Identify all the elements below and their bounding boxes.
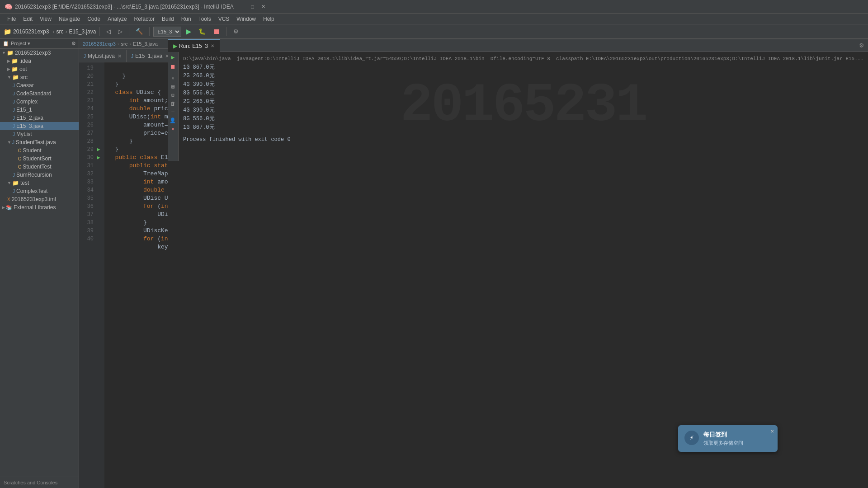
- tree-item-e15-3[interactable]: J E15_3.java: [0, 122, 79, 130]
- tree-item-studenttest-expanded[interactable]: ▼ J StudentTest.java: [0, 138, 79, 146]
- tab-mylist[interactable]: J MyList.java ✕: [79, 50, 127, 62]
- tree-item-out[interactable]: ▶ 📁 out: [0, 65, 79, 73]
- code-editor[interactable]: 19 20 21 22 23 24 25 26 27 28 29 30 31 3…: [79, 62, 168, 488]
- tree-studenttest-class-label: StudentTest: [23, 164, 51, 170]
- menu-build[interactable]: Build: [158, 15, 178, 23]
- tree-item-complex[interactable]: J Complex: [0, 98, 79, 106]
- tree-item-idea[interactable]: ▶ 📁 .idea: [0, 57, 79, 65]
- output-line-exit: Process finished with exit code 0: [183, 136, 863, 144]
- tree-complex-label: Complex: [16, 99, 38, 105]
- minimize-button[interactable]: ─: [238, 3, 245, 10]
- tree-item-studenttest-class[interactable]: C StudentTest: [0, 163, 79, 171]
- maximize-button[interactable]: □: [249, 3, 256, 10]
- tree-e15-2-label: E15_2.java: [16, 115, 43, 121]
- project-sidebar: 📋 Project ▾ ⚙ ▼ 📁 20165231exp3 ▶ 📁 .idea…: [0, 39, 79, 488]
- notification-title: 每日签到: [703, 431, 743, 439]
- back-button[interactable]: ◁: [104, 27, 113, 36]
- output-line-8: 1G 867.0元: [183, 123, 863, 132]
- notification-popup[interactable]: ✕ ⚡ 每日签到 领取更多存储空间: [678, 425, 778, 452]
- tree-item-e15-2[interactable]: J E15_2.java: [0, 114, 79, 122]
- output-line-2: 2G 266.0元: [183, 72, 863, 80]
- menu-vcs[interactable]: VCS: [215, 15, 233, 23]
- run-settings-icon[interactable]: ⚙: [859, 42, 864, 49]
- tree-src-label: src: [20, 74, 28, 80]
- tree-item-e15-1[interactable]: J E15_1: [0, 106, 79, 114]
- run-content-area: ▶ ⏹ ⇩ ▤ ⊞ 🗑 ─ 👤 ✕ 20165231 D:\java\bin\j…: [168, 52, 868, 161]
- close-mylist-icon[interactable]: ✕: [118, 53, 122, 59]
- tree-item-studentsort[interactable]: C StudentSort: [0, 155, 79, 163]
- breadcrumb-file: E15_3.java: [133, 41, 158, 47]
- run-config-select[interactable]: E15_3: [153, 27, 181, 37]
- output-line-1: 1G 867.0元: [183, 63, 863, 72]
- tree-item-mylist[interactable]: J MyList: [0, 130, 79, 138]
- tree-item-iml[interactable]: X 20165231exp3.iml: [0, 195, 79, 203]
- tree-item-src[interactable]: ▼ 📁 src: [0, 73, 79, 81]
- breadcrumb-src: src: [121, 41, 127, 47]
- menu-refactor[interactable]: Refactor: [131, 15, 158, 23]
- close-run-tab-icon[interactable]: ✕: [211, 43, 214, 48]
- notification-close-icon[interactable]: ✕: [771, 428, 774, 435]
- tree-item-sumrecursion[interactable]: J SumRecursion: [0, 171, 79, 179]
- run-panel: ▶ Run: E15_3 ✕ ⚙ ▶ ⏹ ⇩ ▤: [168, 39, 868, 161]
- titlebar: 🧠 20165231exp3 [E:\IDEA\20165231exp3] - …: [0, 0, 868, 14]
- run-stop-icon[interactable]: ⏹: [170, 64, 176, 70]
- notification-icon: ⚡: [684, 431, 699, 445]
- run-scroll-icon[interactable]: ⇩: [171, 75, 175, 81]
- tree-root[interactable]: ▼ 📁 20165231exp3: [0, 49, 79, 57]
- forward-button[interactable]: ▷: [115, 27, 125, 36]
- tree-item-external-libs[interactable]: ▶ 📚 External Libraries: [0, 203, 79, 211]
- menu-view[interactable]: View: [36, 15, 55, 23]
- menu-window[interactable]: Window: [233, 15, 259, 23]
- menu-analyze[interactable]: Analyze: [104, 15, 131, 23]
- sidebar-header: 📋 Project ▾ ⚙: [0, 39, 79, 49]
- scratches-label[interactable]: Scratches and Consoles: [0, 477, 79, 488]
- run-x-icon[interactable]: ✕: [171, 126, 175, 132]
- tree-item-caesar[interactable]: J Caesar: [0, 81, 79, 89]
- line-numbers: 19 20 21 22 23 24 25 26 27 28 29 30 31 3…: [79, 62, 97, 488]
- output-line-5: 2G 266.0元: [183, 98, 863, 106]
- output-line-3: 4G 390.0元: [183, 80, 863, 89]
- run-diff-icon[interactable]: ⊞: [171, 92, 175, 98]
- output-line-6: 4G 390.0元: [183, 106, 863, 115]
- tree-item-test[interactable]: ▼ 📁 test: [0, 179, 79, 187]
- tree-e15-3-label: E15_3.java: [16, 123, 43, 129]
- run-filter-icon[interactable]: ▤: [171, 84, 175, 89]
- menu-code[interactable]: Code: [84, 15, 104, 23]
- menu-run[interactable]: Run: [178, 15, 195, 23]
- menu-tools[interactable]: Tools: [195, 15, 215, 23]
- build-button[interactable]: 🔨: [133, 27, 146, 36]
- editor-tabs: J MyList.java ✕ J E15_1.java ✕ J E15_2.j…: [79, 49, 168, 62]
- tree-item-complextest[interactable]: J ComplexTest: [0, 187, 79, 195]
- menu-navigate[interactable]: Navigate: [55, 15, 84, 23]
- settings-button[interactable]: ⚙: [231, 27, 241, 36]
- run-person-icon[interactable]: 👤: [170, 117, 176, 123]
- tree-e15-1-label: E15_1: [16, 107, 32, 113]
- close-button[interactable]: ✕: [260, 3, 267, 10]
- tree-test-label: test: [20, 180, 29, 186]
- tree-item-student[interactable]: C Student: [0, 146, 79, 155]
- debug-button[interactable]: 🐛: [196, 27, 208, 36]
- menu-file[interactable]: File: [4, 15, 19, 23]
- tree-complextest-label: ComplexTest: [16, 188, 47, 194]
- run-tab-e15-3[interactable]: ▶ Run: E15_3 ✕: [168, 39, 220, 52]
- sidebar-gear-icon[interactable]: ⚙: [71, 41, 76, 47]
- run-button[interactable]: ▶: [183, 26, 194, 37]
- tree-student-label: Student: [23, 147, 41, 154]
- tree-item-codestandard[interactable]: J CodeStandard: [0, 89, 79, 98]
- notification-text: 每日签到 领取更多存储空间: [703, 431, 743, 446]
- output-line-4: 8G 556.0元: [183, 89, 863, 98]
- run-sidebar-tools: ▶ ⏹ ⇩ ▤ ⊞ 🗑 ─ 👤 ✕: [168, 52, 179, 161]
- menu-edit[interactable]: Edit: [19, 15, 36, 23]
- sidebar-title: Project ▾: [11, 41, 30, 47]
- stop-button[interactable]: ⏹: [210, 27, 223, 37]
- tree-root-label: 20165231exp3: [15, 50, 51, 56]
- run-trash-icon[interactable]: 🗑: [170, 101, 175, 107]
- tab-e15-1[interactable]: J E15_1.java ✕: [127, 50, 168, 62]
- breadcrumb: 20165231exp3 › src › E15_3.java: [79, 39, 168, 49]
- tree-idea-label: .idea: [19, 58, 31, 64]
- run-output[interactable]: 20165231 D:\java\bin\java -javaagent:D:\…: [179, 52, 868, 161]
- menu-help[interactable]: Help: [259, 15, 278, 23]
- window-title: 20165231exp3 [E:\IDEA\20165231exp3] - ..…: [15, 4, 234, 10]
- run-rerun-icon[interactable]: ▶: [171, 54, 175, 61]
- code-text[interactable]: } } class UDisc { int amount; double pri…: [104, 62, 168, 488]
